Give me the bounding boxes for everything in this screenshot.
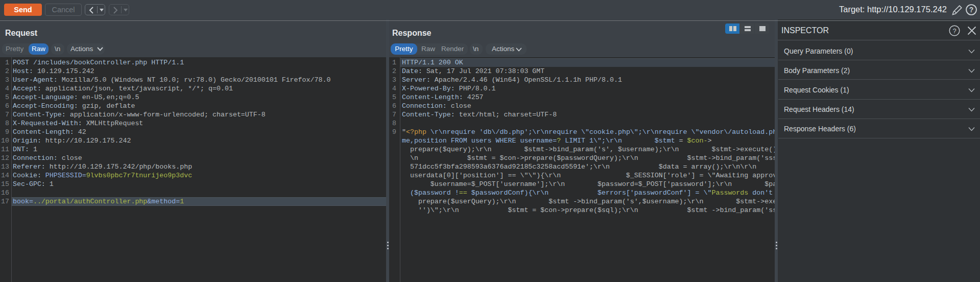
svg-text:?: ? <box>952 27 956 35</box>
svg-text:?: ? <box>969 6 974 14</box>
